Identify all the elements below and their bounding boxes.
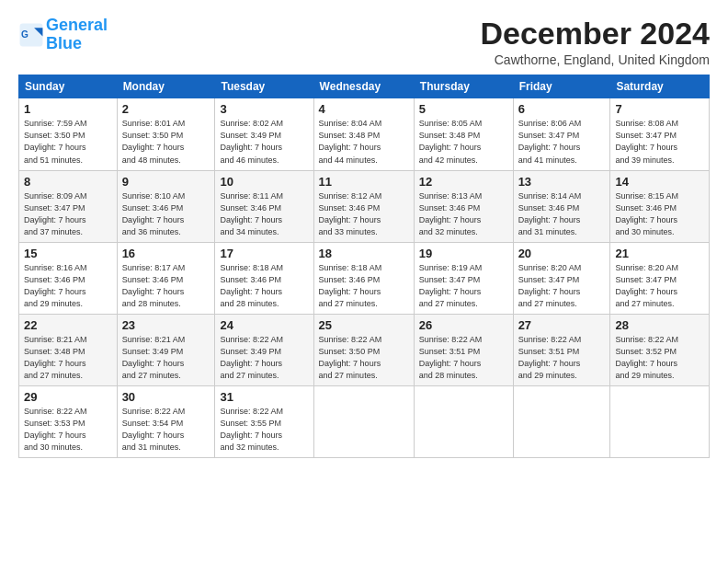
day-number: 26 <box>419 318 508 332</box>
month-title: December 2024 <box>480 17 710 51</box>
table-row: 13Sunrise: 8:14 AM Sunset: 3:46 PM Dayli… <box>513 170 610 242</box>
table-row: 30Sunrise: 8:22 AM Sunset: 3:54 PM Dayli… <box>117 386 215 458</box>
logo-icon: G <box>18 22 44 48</box>
day-number: 19 <box>419 247 508 260</box>
day-number: 7 <box>615 102 704 116</box>
day-number: 1 <box>24 102 112 116</box>
day-info: Sunrise: 8:22 AM Sunset: 3:51 PM Dayligh… <box>419 334 508 382</box>
calendar-week-1: 1Sunrise: 7:59 AM Sunset: 3:50 PM Daylig… <box>19 98 710 170</box>
table-row: 29Sunrise: 8:22 AM Sunset: 3:53 PM Dayli… <box>19 386 118 458</box>
table-row: 16Sunrise: 8:17 AM Sunset: 3:46 PM Dayli… <box>117 242 215 314</box>
header: G General Blue December 2024 Cawthorne, … <box>18 17 710 67</box>
day-info: Sunrise: 8:12 AM Sunset: 3:46 PM Dayligh… <box>319 190 409 238</box>
table-row <box>313 386 414 458</box>
table-row: 2Sunrise: 8:01 AM Sunset: 3:50 PM Daylig… <box>117 98 215 170</box>
calendar-header-row: Sunday Monday Tuesday Wednesday Thursday… <box>19 75 710 98</box>
table-row: 8Sunrise: 8:09 AM Sunset: 3:47 PM Daylig… <box>19 170 118 242</box>
table-row: 6Sunrise: 8:06 AM Sunset: 3:47 PM Daylig… <box>513 98 610 170</box>
table-row <box>414 386 513 458</box>
day-number: 16 <box>122 247 210 260</box>
table-row: 5Sunrise: 8:05 AM Sunset: 3:48 PM Daylig… <box>414 98 513 170</box>
day-number: 24 <box>220 318 308 332</box>
day-number: 13 <box>518 175 606 189</box>
day-number: 31 <box>220 390 308 404</box>
day-info: Sunrise: 8:10 AM Sunset: 3:46 PM Dayligh… <box>122 190 210 238</box>
table-row: 18Sunrise: 8:18 AM Sunset: 3:46 PM Dayli… <box>313 242 414 314</box>
day-info: Sunrise: 8:21 AM Sunset: 3:49 PM Dayligh… <box>122 334 210 382</box>
table-row: 11Sunrise: 8:12 AM Sunset: 3:46 PM Dayli… <box>313 170 414 242</box>
table-row: 24Sunrise: 8:22 AM Sunset: 3:49 PM Dayli… <box>215 314 313 385</box>
day-number: 28 <box>615 318 704 332</box>
table-row: 31Sunrise: 8:22 AM Sunset: 3:55 PM Dayli… <box>215 386 313 458</box>
day-number: 22 <box>24 318 112 332</box>
table-row: 28Sunrise: 8:22 AM Sunset: 3:52 PM Dayli… <box>610 314 710 385</box>
col-friday: Friday <box>513 75 610 98</box>
day-info: Sunrise: 8:08 AM Sunset: 3:47 PM Dayligh… <box>615 118 704 166</box>
day-number: 25 <box>319 318 409 332</box>
calendar-week-2: 8Sunrise: 8:09 AM Sunset: 3:47 PM Daylig… <box>19 170 710 242</box>
svg-text:G: G <box>21 29 28 40</box>
day-info: Sunrise: 8:14 AM Sunset: 3:46 PM Dayligh… <box>518 190 606 238</box>
subtitle: Cawthorne, England, United Kingdom <box>480 52 710 67</box>
day-info: Sunrise: 8:20 AM Sunset: 3:47 PM Dayligh… <box>615 262 704 310</box>
day-number: 15 <box>24 247 112 260</box>
day-info: Sunrise: 8:04 AM Sunset: 3:48 PM Dayligh… <box>319 118 409 166</box>
day-info: Sunrise: 8:16 AM Sunset: 3:46 PM Dayligh… <box>24 262 112 310</box>
day-info: Sunrise: 7:59 AM Sunset: 3:50 PM Dayligh… <box>24 118 112 166</box>
calendar-week-4: 22Sunrise: 8:21 AM Sunset: 3:48 PM Dayli… <box>19 314 710 385</box>
day-info: Sunrise: 8:22 AM Sunset: 3:54 PM Dayligh… <box>122 406 210 454</box>
day-info: Sunrise: 8:13 AM Sunset: 3:46 PM Dayligh… <box>419 190 508 238</box>
table-row: 7Sunrise: 8:08 AM Sunset: 3:47 PM Daylig… <box>610 98 710 170</box>
col-sunday: Sunday <box>19 75 118 98</box>
col-wednesday: Wednesday <box>313 75 414 98</box>
day-number: 17 <box>220 247 308 260</box>
table-row: 3Sunrise: 8:02 AM Sunset: 3:49 PM Daylig… <box>215 98 313 170</box>
day-info: Sunrise: 8:19 AM Sunset: 3:47 PM Dayligh… <box>419 262 508 310</box>
page: G General Blue December 2024 Cawthorne, … <box>0 0 728 467</box>
day-info: Sunrise: 8:22 AM Sunset: 3:50 PM Dayligh… <box>319 334 409 382</box>
day-number: 30 <box>122 390 210 404</box>
day-number: 2 <box>122 102 210 116</box>
table-row: 21Sunrise: 8:20 AM Sunset: 3:47 PM Dayli… <box>610 242 710 314</box>
day-info: Sunrise: 8:22 AM Sunset: 3:55 PM Dayligh… <box>220 406 308 454</box>
day-info: Sunrise: 8:15 AM Sunset: 3:46 PM Dayligh… <box>615 190 704 238</box>
calendar: Sunday Monday Tuesday Wednesday Thursday… <box>18 75 710 458</box>
table-row: 19Sunrise: 8:19 AM Sunset: 3:47 PM Dayli… <box>414 242 513 314</box>
day-number: 8 <box>24 175 112 189</box>
day-info: Sunrise: 8:18 AM Sunset: 3:46 PM Dayligh… <box>220 262 308 310</box>
table-row: 20Sunrise: 8:20 AM Sunset: 3:47 PM Dayli… <box>513 242 610 314</box>
day-info: Sunrise: 8:22 AM Sunset: 3:51 PM Dayligh… <box>518 334 606 382</box>
day-number: 12 <box>419 175 508 189</box>
table-row: 26Sunrise: 8:22 AM Sunset: 3:51 PM Dayli… <box>414 314 513 385</box>
table-row: 4Sunrise: 8:04 AM Sunset: 3:48 PM Daylig… <box>313 98 414 170</box>
table-row: 1Sunrise: 7:59 AM Sunset: 3:50 PM Daylig… <box>19 98 118 170</box>
table-row: 17Sunrise: 8:18 AM Sunset: 3:46 PM Dayli… <box>215 242 313 314</box>
day-number: 9 <box>122 175 210 189</box>
col-monday: Monday <box>117 75 215 98</box>
logo-line1: General <box>46 16 108 34</box>
day-number: 14 <box>615 175 704 189</box>
col-tuesday: Tuesday <box>215 75 313 98</box>
col-thursday: Thursday <box>414 75 513 98</box>
table-row <box>610 386 710 458</box>
calendar-week-5: 29Sunrise: 8:22 AM Sunset: 3:53 PM Dayli… <box>19 386 710 458</box>
day-number: 10 <box>220 175 308 189</box>
day-info: Sunrise: 8:02 AM Sunset: 3:49 PM Dayligh… <box>220 118 308 166</box>
day-number: 11 <box>319 175 409 189</box>
table-row: 25Sunrise: 8:22 AM Sunset: 3:50 PM Dayli… <box>313 314 414 385</box>
table-row: 27Sunrise: 8:22 AM Sunset: 3:51 PM Dayli… <box>513 314 610 385</box>
day-number: 29 <box>24 390 112 404</box>
day-info: Sunrise: 8:09 AM Sunset: 3:47 PM Dayligh… <box>24 190 112 238</box>
day-info: Sunrise: 8:01 AM Sunset: 3:50 PM Dayligh… <box>122 118 210 166</box>
day-number: 23 <box>122 318 210 332</box>
logo-line2: Blue <box>46 34 82 52</box>
day-info: Sunrise: 8:21 AM Sunset: 3:48 PM Dayligh… <box>24 334 112 382</box>
day-info: Sunrise: 8:05 AM Sunset: 3:48 PM Dayligh… <box>419 118 508 166</box>
day-info: Sunrise: 8:17 AM Sunset: 3:46 PM Dayligh… <box>122 262 210 310</box>
day-info: Sunrise: 8:20 AM Sunset: 3:47 PM Dayligh… <box>518 262 606 310</box>
day-info: Sunrise: 8:18 AM Sunset: 3:46 PM Dayligh… <box>319 262 409 310</box>
day-info: Sunrise: 8:06 AM Sunset: 3:47 PM Dayligh… <box>518 118 606 166</box>
table-row: 23Sunrise: 8:21 AM Sunset: 3:49 PM Dayli… <box>117 314 215 385</box>
day-info: Sunrise: 8:22 AM Sunset: 3:53 PM Dayligh… <box>24 406 112 454</box>
day-number: 21 <box>615 247 704 260</box>
